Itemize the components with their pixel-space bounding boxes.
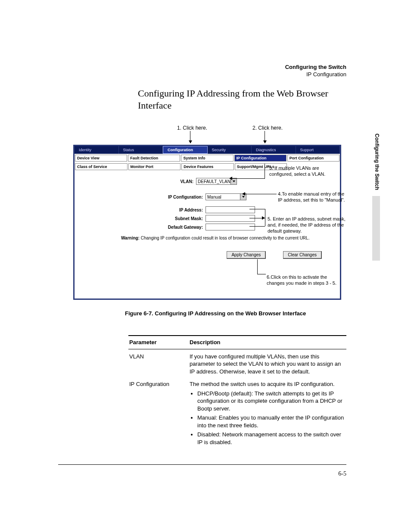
line: [265, 164, 265, 179]
subtab-port-configuration[interactable]: Port Configuration: [287, 155, 339, 162]
footer-rule: [58, 464, 346, 465]
ipconf-value: Manual: [207, 195, 221, 199]
param-desc: If you have configured multiple VLANs, t…: [190, 353, 346, 376]
subtab-ip-configuration[interactable]: IP Configuration: [234, 155, 286, 162]
arrow-down-icon: [265, 131, 265, 143]
tab-configuration[interactable]: Configuration: [163, 146, 208, 154]
page-header: Configuring the Switch IP Configuration: [285, 64, 346, 78]
line: [232, 178, 265, 179]
callout-5: 5. Enter an IP address, subnet mask, and…: [268, 216, 354, 234]
tab-support[interactable]: Support: [296, 146, 340, 154]
tab-identity[interactable]: Identity: [75, 146, 119, 154]
subtab-monitor-port[interactable]: Monitor Port: [128, 163, 181, 170]
tab-status[interactable]: Status: [119, 146, 163, 154]
subnet-input[interactable]: [206, 215, 255, 222]
line: [249, 218, 265, 218]
page-number: 6-5: [338, 470, 346, 477]
warning-text: Warning: Changing IP configuration could…: [121, 236, 336, 240]
param-name: VLAN: [128, 353, 190, 376]
line: [265, 209, 265, 226]
tab-security[interactable]: Security: [208, 146, 252, 154]
ipconf-label: IP Configuration:: [78, 195, 206, 199]
ipaddr-input[interactable]: [206, 206, 255, 213]
line: [249, 226, 265, 227]
param-bullets: DHCP/Bootp (default): The switch attempt…: [190, 390, 346, 446]
list-item: Manual: Enables you to manually enter th…: [197, 414, 346, 429]
subtab-device-features[interactable]: Device Features: [181, 163, 234, 170]
subtab-class-of-service[interactable]: Class of Service: [75, 163, 128, 170]
warning-rest: Changing IP configuration could result i…: [140, 236, 309, 240]
arrow-left-icon: [242, 192, 245, 196]
table-row: VLAN If you have configured multiple VLA…: [128, 349, 346, 377]
callout-3: 3. If multiple VLANs are configured, sel…: [269, 165, 338, 177]
button-row: Apply Changes Clear Changes: [227, 251, 322, 259]
line: [257, 274, 266, 274]
arrow-down-icon: [190, 131, 190, 143]
list-item: Disabled: Network management access to t…: [197, 431, 346, 446]
apply-changes-button[interactable]: Apply Changes: [227, 251, 266, 259]
callout-4: 4.To enable manual entry of the IP addre…: [278, 191, 347, 203]
param-desc: The method the switch uses to acquire it…: [190, 380, 346, 448]
table-row: IP Configuration The method the switch u…: [128, 377, 346, 449]
gateway-input[interactable]: [206, 224, 255, 230]
callout-1: 1. Click here.: [177, 125, 207, 131]
line: [249, 209, 265, 209]
callout-2: 2. Click here.: [252, 125, 283, 131]
main-tabs: Identity Status Configuration Security D…: [75, 146, 340, 154]
subnet-label: Subnet Mask:: [78, 216, 206, 221]
vlan-label: VLAN:: [78, 179, 196, 184]
figure-caption: Figure 6-7. Configuring IP Addressing on…: [125, 310, 306, 317]
warning-bold: Warning:: [121, 236, 140, 240]
arrow-left-icon: [229, 177, 232, 180]
line: [257, 259, 258, 274]
side-tab-bg: [372, 196, 380, 261]
header-subtitle: IP Configuration: [285, 71, 346, 78]
ipaddr-label: IP Address:: [78, 208, 206, 212]
callout-6: 6.Click on this to activate the changes …: [267, 274, 340, 286]
header-title: Configuring the Switch: [285, 64, 346, 71]
clear-changes-button[interactable]: Clear Changes: [283, 251, 322, 259]
list-item: DHCP/Bootp (default): The switch attempt…: [197, 390, 346, 413]
subtab-system-info[interactable]: System Info: [181, 155, 233, 162]
ipconf-select[interactable]: Manual: [206, 193, 246, 200]
param-desc-text: The method the switch uses to acquire it…: [190, 380, 346, 388]
subtabs-row-1: Device View Fault Detection System Info …: [75, 154, 340, 162]
tab-diagnostics[interactable]: Diagnostics: [252, 146, 296, 154]
header-parameter: Parameter: [128, 339, 190, 346]
section-title: Configuring IP Addressing from the Web B…: [138, 87, 345, 111]
figure-screenshot: 1. Click here. 2. Click here. Identity S…: [73, 121, 341, 302]
header-description: Description: [190, 339, 346, 346]
subtab-fault-detection[interactable]: Fault Detection: [128, 155, 180, 162]
line: [245, 194, 277, 194]
subtab-device-view[interactable]: Device View: [75, 155, 127, 162]
side-tab-label: Configuring the Switch: [374, 134, 380, 198]
table-header: Parameter Description: [128, 335, 346, 349]
vlan-value: DEFAULT_VLAN: [198, 179, 230, 184]
gateway-label: Default Gateway:: [78, 225, 206, 230]
param-name: IP Configuration: [128, 380, 190, 448]
parameter-table: Parameter Description VLAN If you have c…: [128, 335, 346, 450]
